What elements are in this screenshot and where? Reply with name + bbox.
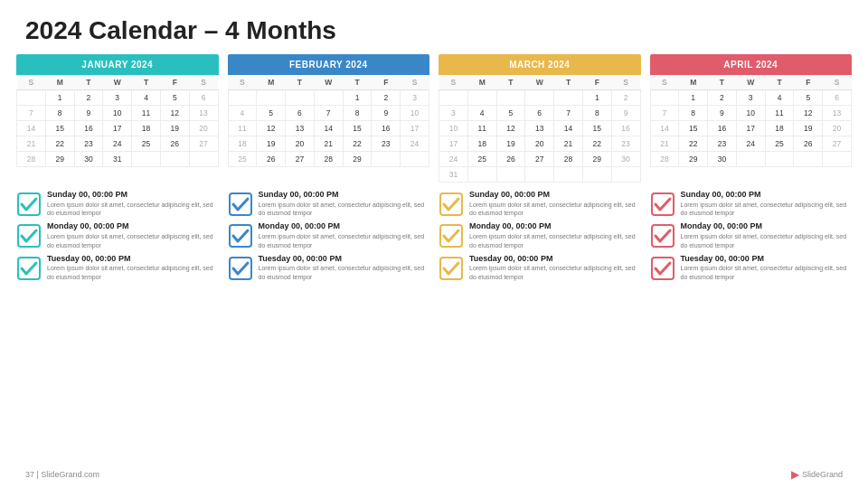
- calendar-header-2: MARCH 2024: [439, 54, 641, 75]
- cal-day-2-3: 14: [314, 121, 343, 136]
- cal-day-0-0: [228, 90, 257, 106]
- cal-day-4-0: 24: [439, 152, 468, 167]
- cal-day-4-2: 27: [286, 152, 315, 167]
- event-item-0-0: Sunday 00, 00:00 PMLorem ipsum dolor sit…: [16, 190, 219, 218]
- cal-day-1-0: 7: [17, 106, 46, 121]
- event-desc-2-2: Lorem ipsum dolor sit amet, consectetur …: [469, 264, 641, 282]
- cal-day-3-2: 20: [286, 136, 315, 152]
- day-header-2: T: [708, 75, 737, 90]
- footer-left: 37 | SlideGrand.com: [25, 470, 99, 479]
- site-right: SlideGrand: [802, 470, 843, 479]
- event-desc-0-1: Lorem ipsum dolor sit amet, consectetur …: [47, 232, 219, 250]
- event-item-1-0: Sunday 00, 00:00 PMLorem ipsum dolor sit…: [228, 190, 430, 218]
- calendar-1: FEBRUARY 2024SMTWTFS12345678910111213141…: [228, 54, 430, 183]
- event-text-1-1: Monday 00, 00:00 PMLorem ipsum dolor sit…: [259, 221, 430, 249]
- event-title-2-0: Sunday 00, 00:00 PM: [469, 190, 641, 201]
- cal-day-0-5: 2: [372, 90, 401, 106]
- day-header-1: M: [45, 75, 74, 90]
- cal-day-1-3: 7: [314, 106, 343, 121]
- event-icon-2-0: [439, 192, 464, 217]
- cal-day-0-2: 2: [708, 90, 737, 106]
- event-text-3-1: Monday 00, 00:00 PMLorem ipsum dolor sit…: [681, 221, 853, 249]
- cal-day-3-3: 21: [314, 136, 343, 152]
- cal-day-2-6: 17: [401, 121, 429, 136]
- event-item-0-2: Tuesday 00, 00:00 PMLorem ipsum dolor si…: [16, 254, 219, 282]
- cal-day-2-6: 20: [189, 121, 218, 136]
- cal-day-3-5: 22: [582, 136, 611, 152]
- day-header-0: S: [439, 75, 468, 90]
- cal-day-1-2: 5: [496, 106, 525, 121]
- day-header-0: S: [17, 75, 46, 90]
- cal-day-1-0: 3: [439, 106, 468, 121]
- cal-day-3-3: 24: [736, 136, 765, 152]
- event-item-2-2: Tuesday 00, 00:00 PMLorem ipsum dolor si…: [439, 254, 641, 282]
- cal-day-4-3: [736, 152, 765, 167]
- cal-day-1-1: 4: [467, 106, 496, 121]
- event-text-1-0: Sunday 00, 00:00 PMLorem ipsum dolor sit…: [259, 190, 430, 218]
- cal-day-5-0: 31: [439, 167, 468, 183]
- cal-day-0-4: [554, 90, 583, 106]
- calendar-2: MARCH 2024SMTWTFS12345678910111213141516…: [439, 54, 641, 183]
- day-header-3: W: [736, 75, 765, 90]
- cal-day-0-0: [17, 90, 46, 106]
- calendar-3: APRIL 2024SMTWTFS12345678910111213141516…: [650, 54, 853, 183]
- cal-day-2-2: 12: [496, 121, 525, 136]
- cal-day-1-3: 10: [103, 106, 132, 121]
- cal-day-4-1: 25: [467, 152, 496, 167]
- event-desc-1-0: Lorem ipsum dolor sit amet, consectetur …: [259, 201, 430, 219]
- cal-day-1-6: 10: [401, 106, 429, 121]
- event-text-0-0: Sunday 00, 00:00 PMLorem ipsum dolor sit…: [47, 190, 219, 218]
- event-desc-0-2: Lorem ipsum dolor sit amet, consectetur …: [47, 264, 219, 282]
- day-header-0: S: [228, 75, 257, 90]
- cal-day-3-0: 21: [17, 136, 46, 152]
- cal-day-3-5: 26: [794, 136, 823, 152]
- event-text-0-1: Monday 00, 00:00 PMLorem ipsum dolor sit…: [47, 221, 219, 249]
- cal-day-4-3: 28: [314, 152, 343, 167]
- cal-day-2-0: 14: [650, 121, 679, 136]
- day-header-2: T: [74, 75, 103, 90]
- cal-day-3-6: 27: [189, 136, 218, 152]
- cal-day-2-5: 15: [582, 121, 611, 136]
- site-left: | SlideGrand.com: [37, 470, 99, 479]
- cal-day-3-4: 21: [554, 136, 583, 152]
- cal-day-1-0: 4: [228, 106, 257, 121]
- event-text-3-2: Tuesday 00, 00:00 PMLorem ipsum dolor si…: [681, 254, 853, 282]
- cal-day-3-2: 19: [496, 136, 525, 152]
- cal-day-1-5: 8: [582, 106, 611, 121]
- event-title-1-1: Monday 00, 00:00 PM: [259, 221, 430, 232]
- page-title: 2024 Calendar – 4 Months: [0, 0, 868, 54]
- calendar-0: JANUARY 2024SMTWTFS123456789101112131415…: [16, 54, 219, 183]
- cal-day-3-6: 23: [611, 136, 640, 152]
- cal-day-1-5: 12: [794, 106, 823, 121]
- cal-day-1-4: 8: [343, 106, 372, 121]
- events-col-3: Sunday 00, 00:00 PMLorem ipsum dolor sit…: [650, 190, 853, 282]
- cal-day-1-4: 11: [132, 106, 161, 121]
- event-icon-1-1: [228, 223, 253, 249]
- cal-day-2-6: 16: [611, 121, 640, 136]
- day-header-3: W: [314, 75, 343, 90]
- cal-day-0-4: 4: [765, 90, 794, 106]
- cal-day-0-0: [650, 90, 679, 106]
- cal-day-4-1: 29: [679, 152, 708, 167]
- cal-day-4-4: [765, 152, 794, 167]
- day-header-5: F: [372, 75, 401, 90]
- day-header-5: F: [160, 75, 189, 90]
- event-title-3-0: Sunday 00, 00:00 PM: [681, 190, 853, 201]
- day-header-6: S: [611, 75, 640, 90]
- cal-day-4-4: [132, 152, 161, 167]
- cal-day-4-6: [823, 152, 852, 167]
- cal-day-0-4: 4: [132, 90, 161, 106]
- day-header-4: T: [132, 75, 161, 90]
- events-col-0: Sunday 00, 00:00 PMLorem ipsum dolor sit…: [16, 190, 219, 282]
- calendar-grid-0: SMTWTFS123456789101112131415161718192021…: [16, 75, 219, 167]
- cal-day-2-4: 15: [343, 121, 372, 136]
- cal-day-0-3: 3: [103, 90, 132, 106]
- cal-day-3-4: 25: [765, 136, 794, 152]
- cal-day-4-6: [189, 152, 218, 167]
- cal-day-2-2: 16: [708, 121, 737, 136]
- event-icon-0-0: [16, 192, 42, 217]
- cal-day-2-2: 13: [286, 121, 315, 136]
- cal-day-0-6: 3: [401, 90, 429, 106]
- event-item-0-1: Monday 00, 00:00 PMLorem ipsum dolor sit…: [16, 221, 219, 249]
- cal-day-1-6: 13: [823, 106, 852, 121]
